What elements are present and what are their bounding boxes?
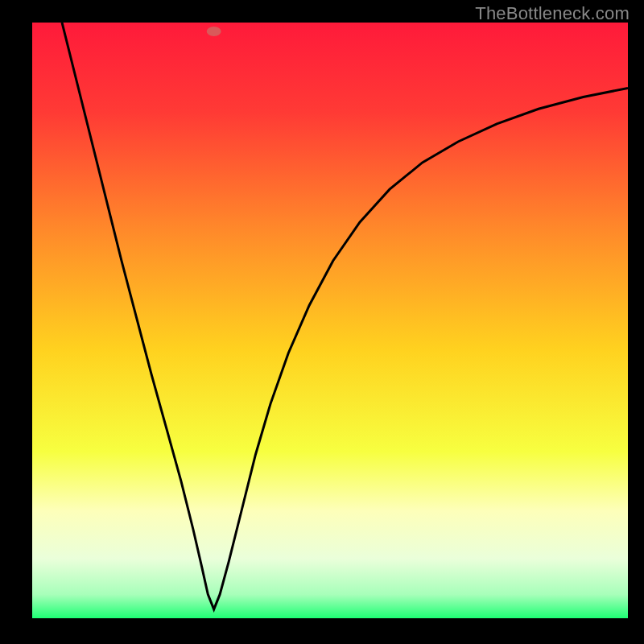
chart-background xyxy=(32,23,628,618)
optimum-marker xyxy=(207,27,221,36)
bottleneck-chart xyxy=(32,23,628,618)
chart-frame xyxy=(32,23,628,618)
watermark-label: TheBottleneck.com xyxy=(475,3,630,24)
